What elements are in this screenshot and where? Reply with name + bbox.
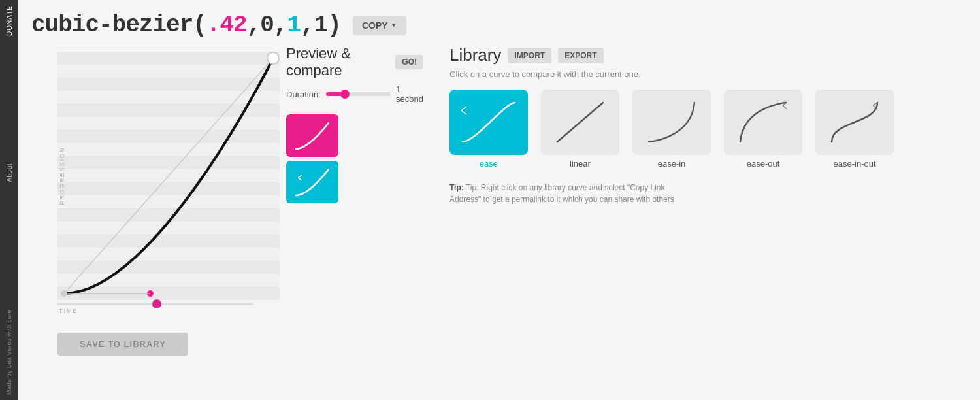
param3[interactable]: 1 [287,12,301,39]
duration-row: Duration: 1 second [286,84,423,104]
preview-card-pink[interactable] [286,114,338,157]
sidebar: DONATE About Made by Lea Verou with care [0,0,18,400]
param2[interactable]: 0 [260,12,274,39]
library-curve-ease[interactable]: ease [449,90,528,169]
comma1: , [247,12,261,39]
ease-out-label: ease-out [747,159,780,169]
ease-in-label: ease-in [658,159,686,169]
ease-in-out-card[interactable] [815,90,894,155]
preview-section: Preview & compare GO! Duration: 1 second [280,45,423,400]
ease-in-card[interactable] [632,90,711,155]
duration-slider[interactable] [326,92,391,96]
ease-label: ease [480,159,498,169]
preview-card-teal[interactable] [286,161,338,203]
svg-point-7 [61,290,67,297]
duration-label: Duration: [286,90,321,99]
library-curve-linear[interactable]: linear [541,90,619,169]
preview-curves [286,114,423,203]
svg-point-6 [267,52,279,64]
svg-line-10 [461,107,466,110]
save-to-library-button[interactable]: SAVE TO LIBRARY [57,333,188,356]
ease-card[interactable] [449,90,528,155]
ease-in-out-label: ease-in-out [833,159,875,169]
go-button[interactable]: GO! [395,55,423,69]
x-axis-label: TIME [59,308,78,314]
library-grid: ease linear [449,90,960,169]
ease-curve-svg [456,96,521,148]
copy-button[interactable]: COPY ▼ [353,16,406,35]
header: cubic-bezier(.42,0,1,1) COPY ▼ [31,0,960,45]
duration-value: 1 second [396,84,423,104]
linear-card[interactable] [541,90,619,155]
sidebar-about-label: About [6,163,13,182]
linear-label: linear [570,159,591,169]
formula-suffix: ) [327,12,341,39]
library-title: Library [449,45,501,65]
tip-bold: Tip: [449,183,464,192]
preview-curve-pink-svg [293,120,332,152]
linear-curve-svg [547,96,613,148]
param4[interactable]: 1 [314,12,328,39]
ease-in-out-curve-svg [822,96,887,148]
svg-line-8 [298,175,302,178]
preview-title: Preview & compare GO! [286,45,423,79]
chevron-down-icon: ▼ [391,22,397,29]
formula-display: cubic-bezier(.42,0,1,1) [31,12,341,39]
ease-in-curve-svg [639,96,704,148]
preview-title-text: Preview & compare [286,45,389,79]
tip-text: Tip: Tip: Right click on any library cur… [449,182,698,205]
library-header: Library IMPORT EXPORT [449,45,960,65]
y-axis-label: PROGRESSION [59,146,65,205]
library-subtitle: Click on a curve to compare it with the … [449,69,960,79]
comma2: , [274,12,287,39]
library-curve-ease-in[interactable]: ease-in [632,90,711,169]
comma3: , [301,12,314,39]
graph-area: PROGRESSION TIME SAVE TO LIBRARY [31,45,280,400]
export-button[interactable]: EXPORT [558,48,603,63]
ease-out-curve-svg [730,96,796,148]
tip-content: Tip: Right click on any library curve an… [449,183,674,204]
ease-out-card[interactable] [724,90,802,155]
copy-label: COPY [362,20,388,31]
main-content: cubic-bezier(.42,0,1,1) COPY ▼ [18,0,980,400]
param1[interactable]: .42 [206,12,247,39]
svg-line-12 [557,103,603,142]
bezier-graph[interactable]: PROGRESSION TIME [57,52,280,300]
time-scrubber[interactable] [152,299,161,308]
formula-prefix: cubic-bezier( [31,12,206,39]
svg-line-9 [298,178,302,180]
import-button[interactable]: IMPORT [508,48,551,63]
svg-line-11 [461,110,466,114]
library-curve-ease-out[interactable]: ease-out [724,90,802,169]
sidebar-donate-button[interactable]: DONATE [6,5,13,36]
content-row: PROGRESSION TIME SAVE TO LIBRARY Preview… [31,45,960,400]
library-curve-ease-in-out[interactable]: ease-in-out [815,90,894,169]
sidebar-made-label: Made by Lea Verou with care [6,310,12,395]
svg-line-14 [783,105,787,109]
preview-curve-teal-svg [293,166,332,199]
svg-line-0 [64,58,273,293]
library-section: Library IMPORT EXPORT Click on a curve t… [423,45,960,400]
curve-svg [57,52,280,300]
slider-thumb[interactable] [340,90,350,99]
